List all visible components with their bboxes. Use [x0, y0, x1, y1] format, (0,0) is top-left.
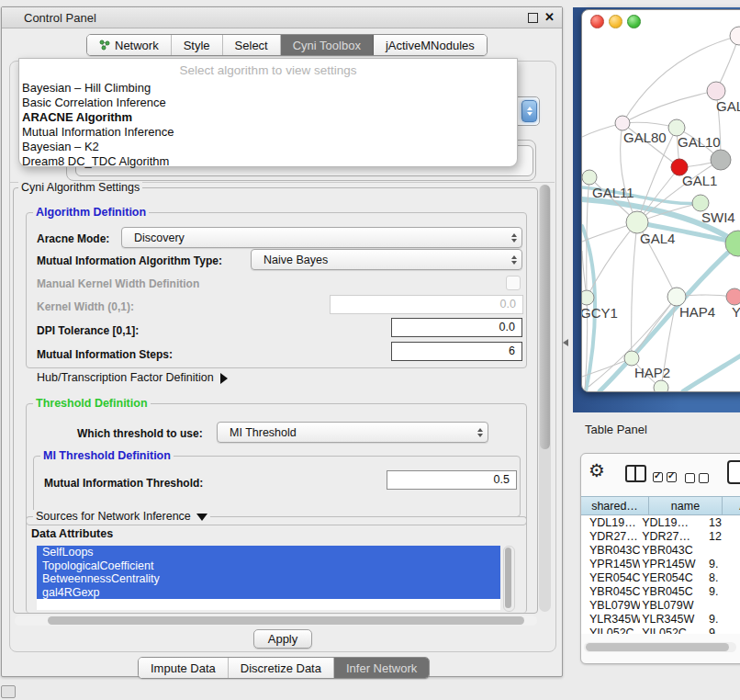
network-node-gal80[interactable]	[615, 116, 630, 130]
mi-type-select[interactable]: Naive Bayes	[251, 249, 522, 270]
stepper-arrows-icon	[472, 428, 488, 437]
algorithm-option-bayesian-k2[interactable]: Bayesian – K2	[19, 140, 517, 154]
table-row[interactable]: YLR345WYLR345W9.	[581, 613, 740, 627]
mi-threshold-field[interactable]: 0.5	[387, 470, 517, 490]
table-row[interactable]: YPR145WYPR145W9.	[581, 558, 740, 571]
which-threshold-label: Which threshold to use:	[77, 427, 203, 440]
table-row[interactable]: YER054CYER054C8.	[581, 571, 740, 585]
splitpane-collapse-icon[interactable]	[563, 339, 568, 346]
table-cell: YBL079W	[640, 599, 697, 613]
network-node-hap4[interactable]	[667, 288, 686, 306]
tab-infer-network[interactable]: Infer Network	[334, 658, 429, 678]
manual-kernel-checkbox[interactable]	[506, 276, 521, 290]
table-row[interactable]: YIL052CYIL052C9.	[581, 627, 740, 634]
table-cell: 13	[697, 516, 740, 530]
dpi-tolerance-field[interactable]: 0.0	[391, 318, 522, 337]
algorithm-option-basic-correlation-inference[interactable]: Basic Correlation Inference	[19, 96, 517, 110]
network-edge[interactable]	[632, 222, 637, 358]
settings-hscrollbar-thumb[interactable]	[48, 616, 524, 625]
table-cell: YBR043C	[581, 544, 640, 558]
network-edge[interactable]	[622, 91, 716, 123]
deselect-all-icon[interactable]	[685, 470, 712, 487]
table-cell: YLR345W	[640, 613, 697, 627]
close-icon[interactable]: ✕	[544, 10, 555, 24]
column-header-name[interactable]: name	[649, 496, 723, 515]
network-node-y[interactable]	[726, 288, 740, 305]
mi-steps-field[interactable]: 6	[391, 342, 522, 361]
control-panel-window: Control Panel ✕ NetworkStyleSelectCyni T…	[1, 6, 563, 677]
table-cell: YBR043C	[640, 544, 697, 558]
tab-impute-data[interactable]: Impute Data	[139, 658, 229, 678]
table-row[interactable]: YDR27…YDR27…12	[581, 530, 740, 544]
table-options-partial-icon[interactable]	[727, 460, 740, 484]
tab-style[interactable]: Style	[172, 35, 223, 55]
node-label-swi4: SWI4	[701, 209, 735, 225]
tab-jactivemnodules[interactable]: jActiveMNodules	[374, 35, 487, 55]
tab-label: Cyni Toolbox	[293, 39, 361, 52]
table-hscrollbar-thumb[interactable]	[586, 643, 729, 651]
combo-stepper-icon[interactable]	[521, 100, 537, 122]
algorithm-option-dream8-dc-tdc-algorithm[interactable]: Dream8 DC_TDC Algorithm	[19, 154, 517, 169]
sources-disclosure[interactable]: Sources for Network Inference	[33, 510, 210, 523]
tab-select[interactable]: Select	[223, 35, 281, 55]
aracne-mode-label: Aracne Mode:	[37, 232, 109, 245]
network-edge[interactable]	[632, 297, 677, 358]
table-row[interactable]: YBR045CYBR045C9.	[581, 585, 740, 599]
attribute-topologicalcoefficient[interactable]: TopologicalCoefficient	[37, 559, 500, 573]
tab-label: Infer Network	[346, 661, 417, 675]
network-canvas[interactable]: GAL7GAL80GAL10GAL1GAL11SWI4GAL4GCY1HAP4Y…	[582, 10, 740, 391]
algorithm-option-mutual-information-inference[interactable]: Mutual Information Inference	[19, 125, 517, 140]
attribute-betweennesscentrality[interactable]: BetweennessCentrality	[37, 572, 500, 586]
column-header-shared[interactable]: shared…	[581, 496, 649, 515]
tab-cyni-toolbox[interactable]: Cyni Toolbox	[281, 35, 374, 55]
table-row[interactable]: YBR043CYBR043C	[581, 544, 740, 558]
attributes-scrollbar-thumb[interactable]	[505, 548, 511, 608]
table-cell	[697, 599, 740, 613]
table-cell: 9.	[697, 585, 740, 599]
table-horizontal-scrollbar[interactable]	[584, 642, 736, 652]
data-attributes-list[interactable]: SelfLoopsTopologicalCoefficientBetweenne…	[37, 546, 500, 610]
column-header-a[interactable]: A	[723, 496, 740, 515]
tab-discretize-data[interactable]: Discretize Data	[229, 658, 334, 678]
network-edge-thick[interactable]	[683, 356, 740, 391]
table-cell	[697, 544, 740, 558]
table-cell: YBR045C	[581, 585, 640, 599]
network-node-gcy1[interactable]	[582, 290, 594, 305]
table-cell: YDL19…	[581, 516, 640, 530]
which-threshold-select[interactable]: MI Threshold	[217, 422, 488, 443]
network-node[interactable]	[654, 380, 668, 391]
settings-scrollbar-thumb[interactable]	[540, 185, 550, 449]
kernel-width-field[interactable]: 0.0	[330, 295, 523, 314]
gear-icon[interactable]: ⚙	[589, 461, 605, 480]
network-node-gal7[interactable]	[707, 82, 725, 100]
network-node-gal11[interactable]	[582, 170, 597, 185]
attributes-scrollbar[interactable]	[503, 546, 515, 612]
network-node[interactable]	[730, 27, 740, 45]
table-cell: 9.	[697, 613, 740, 627]
apply-button[interactable]: Apply	[253, 629, 312, 649]
table-cell: YDR27…	[640, 530, 697, 544]
collapsed-panel-icon[interactable]	[1, 685, 16, 698]
table-cell: 12	[697, 530, 740, 544]
algorithm-option-aracne-algorithm[interactable]: ARACNE Algorithm	[19, 110, 517, 125]
table-cell: 9.	[697, 558, 740, 571]
settings-vertical-scrollbar[interactable]	[539, 185, 551, 612]
column-layout-icon[interactable]	[625, 465, 646, 482]
table-row[interactable]: YBL079WYBL079W	[581, 599, 740, 613]
attribute-gal4rgexp[interactable]: gal4RGexp	[37, 586, 500, 600]
aracne-mode-select[interactable]: Discovery	[121, 227, 522, 248]
attribute-selfloops[interactable]: SelfLoops	[37, 546, 500, 559]
table-cell: YPR145W	[640, 558, 697, 571]
sources-title: Sources for Network Inference	[36, 510, 191, 523]
float-window-icon[interactable]	[528, 13, 538, 23]
hub-definition-disclosure[interactable]: Hub/Transcription Factor Definition	[37, 371, 228, 384]
network-node[interactable]	[711, 150, 731, 170]
tab-network[interactable]: Network	[87, 35, 172, 55]
algorithm-option-bayesian-hill-climbing[interactable]: Bayesian – Hill Climbing	[19, 81, 517, 96]
network-node-hap2[interactable]	[624, 351, 639, 366]
table-row[interactable]: YDL19…YDL19…13	[581, 516, 740, 530]
select-all-checks-icon[interactable]	[653, 469, 680, 486]
stepper-arrows-icon	[506, 233, 521, 243]
settings-horizontal-scrollbar[interactable]	[15, 615, 537, 626]
control-panel-title: Control Panel	[24, 11, 96, 25]
